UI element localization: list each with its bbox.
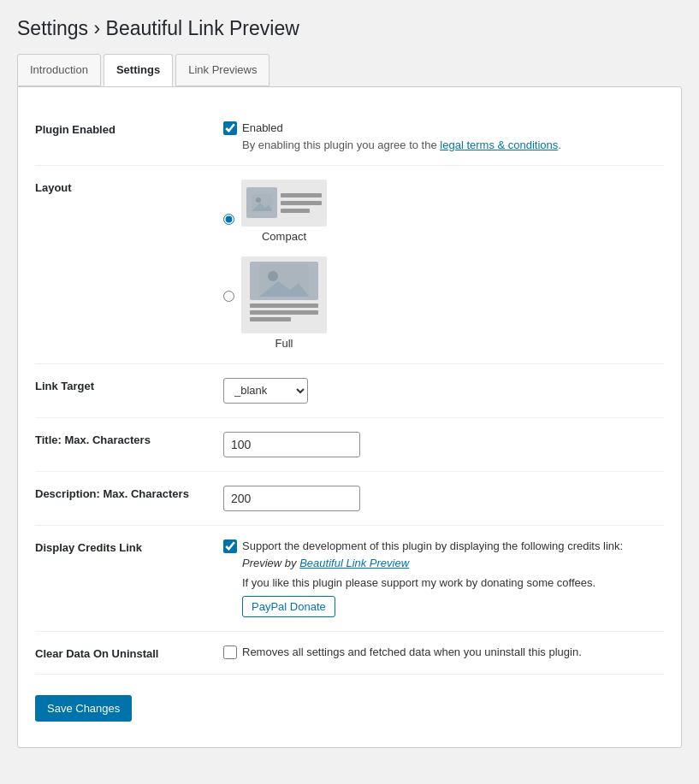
display-credits-checkbox[interactable]	[223, 539, 237, 553]
layout-compact-preview: Compact	[241, 180, 327, 243]
layout-full-radio[interactable]	[223, 291, 234, 302]
layout-compact-radio[interactable]	[223, 214, 234, 225]
credits-preview-text: Preview by Beautiful Link Preview	[242, 557, 664, 569]
plugin-enabled-label: Plugin Enabled	[35, 121, 223, 136]
legal-terms-link[interactable]: legal terms & conditions	[440, 139, 558, 151]
tab-settings[interactable]: Settings	[104, 54, 173, 86]
layout-full-option: Full	[223, 256, 664, 350]
compact-line-1	[281, 193, 322, 197]
layout-row: Layout	[35, 166, 664, 364]
tab-list: Introduction Settings Link Previews	[17, 54, 682, 86]
full-preview-img	[241, 256, 327, 333]
display-credits-control: Support the development of this plugin b…	[223, 539, 664, 617]
description-max-chars-control	[223, 486, 664, 511]
clear-data-label: Clear Data On Uninstall	[35, 645, 223, 660]
donate-text: If you like this plugin please support m…	[242, 576, 664, 589]
tab-introduction[interactable]: Introduction	[17, 54, 101, 86]
clear-data-checkbox-label: Removes all settings and fetched data wh…	[242, 645, 582, 658]
paypal-donate-button[interactable]: PayPal Donate	[242, 596, 335, 617]
full-line-2	[250, 310, 318, 315]
plugin-enabled-checkbox-label: Enabled	[242, 121, 283, 134]
svg-point-1	[256, 197, 261, 203]
save-changes-button[interactable]: Save Changes	[35, 695, 132, 722]
layout-full-preview: Full	[241, 256, 327, 350]
plugin-enabled-helper: By enabling this plugin you agree to the…	[242, 139, 664, 151]
compact-image-thumb	[246, 187, 277, 218]
credits-plugin-link[interactable]: Beautiful Link Preview	[299, 557, 409, 569]
plugin-enabled-checkbox[interactable]	[223, 121, 237, 135]
layout-options: Compact	[223, 180, 664, 350]
compact-layout-label: Compact	[262, 230, 306, 243]
clear-data-row: Clear Data On Uninstall Removes all sett…	[35, 632, 664, 675]
plugin-enabled-checkbox-row: Enabled	[223, 121, 664, 135]
display-credits-checkbox-row: Support the development of this plugin b…	[223, 539, 664, 553]
title-max-chars-input[interactable]	[223, 432, 360, 457]
title-max-chars-control	[223, 432, 664, 457]
plugin-enabled-row: Plugin Enabled Enabled By enabling this …	[35, 108, 664, 166]
layout-label: Layout	[35, 180, 223, 194]
compact-preview-img	[241, 180, 327, 227]
tabs-container: Introduction Settings Link Previews Plug…	[17, 54, 682, 748]
description-max-chars-row: Description: Max. Characters	[35, 472, 664, 526]
display-credits-row: Display Credits Link Support the develop…	[35, 526, 664, 632]
full-layout-label: Full	[275, 337, 293, 350]
clear-data-checkbox-row: Removes all settings and fetched data wh…	[223, 645, 664, 659]
full-text-lines	[250, 304, 318, 321]
description-max-chars-label: Description: Max. Characters	[35, 486, 223, 500]
settings-panel: Plugin Enabled Enabled By enabling this …	[17, 86, 682, 748]
plugin-enabled-control: Enabled By enabling this plugin you agre…	[223, 121, 664, 151]
title-max-chars-label: Title: Max. Characters	[35, 432, 223, 446]
display-credits-checkbox-label: Support the development of this plugin b…	[242, 539, 623, 552]
display-credits-label: Display Credits Link	[35, 539, 223, 554]
svg-point-4	[268, 271, 278, 281]
link-target-control: _blank _self _parent _top	[223, 378, 664, 404]
clear-data-checkbox[interactable]	[223, 645, 237, 659]
link-target-select[interactable]: _blank _self _parent _top	[223, 378, 308, 404]
compact-text-lines	[281, 193, 322, 213]
full-line-3	[250, 317, 291, 321]
full-image-icon	[259, 264, 309, 297]
compact-line-2	[281, 201, 322, 205]
link-target-label: Link Target	[35, 378, 223, 392]
clear-data-control: Removes all settings and fetched data wh…	[223, 645, 664, 659]
link-target-row: Link Target _blank _self _parent _top	[35, 364, 664, 418]
tab-link-previews[interactable]: Link Previews	[175, 54, 270, 86]
full-line-1	[250, 304, 318, 308]
title-max-chars-row: Title: Max. Characters	[35, 418, 664, 472]
description-max-chars-input[interactable]	[223, 486, 360, 511]
compact-image-icon	[252, 194, 272, 211]
compact-line-3	[281, 209, 310, 213]
layout-control: Compact	[223, 180, 664, 350]
layout-compact-option: Compact	[223, 180, 664, 243]
page-title: Settings › Beautiful Link Preview	[17, 17, 682, 40]
full-image-thumb	[250, 262, 318, 300]
